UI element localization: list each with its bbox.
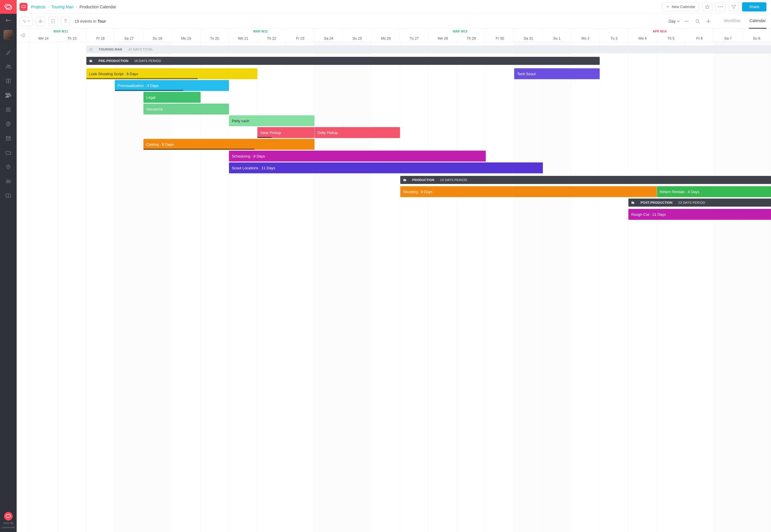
task-ins[interactable]: Insurance [143,104,229,114]
day-header: Mo 19 [172,29,200,42]
nav-book-icon[interactable] [5,192,12,199]
grid-column [343,42,372,532]
task-label: Tech Scout [517,72,535,76]
chevron-right-icon: › [76,5,77,9]
task-scout[interactable]: Scout Locations · 11 Days [229,162,543,173]
timeline-body[interactable]: TOURING MAN42 DAYS TOTAL🖿PRE-PRODUCTION1… [17,42,771,532]
task-lock[interactable]: Lock Shooting Script · 6 Days [86,68,258,79]
crumb-projects[interactable]: Projects [31,5,46,9]
phase-production[interactable]: 🖿PRODUCTION13 DAYS PERIOD [400,176,771,184]
progress-bar [257,137,272,138]
share-button[interactable]: Share [742,2,766,11]
phase-title: PRODUCTION [412,178,434,182]
nav-folder-icon[interactable] [5,149,12,156]
user-avatar[interactable] [3,30,13,40]
task-label: Petty cash [232,119,249,123]
svg-rect-4 [6,79,8,83]
grid-column [714,42,742,532]
project-badge[interactable] [20,3,28,11]
week-marker: MAR W11 [54,30,68,33]
tab-calendar[interactable]: Calendar [749,14,766,29]
phase-postproduction[interactable]: 🖿POST-PRODUCTION23 DAYS PERIOD [628,199,771,207]
nav-edit-icon[interactable] [5,49,12,56]
svg-rect-8 [6,97,9,97]
outline-toggle[interactable] [17,29,29,42]
split-divider [314,127,315,138]
task-rough[interactable]: Rough Cut · 11 Days [628,209,771,220]
nav-calendar-check-icon[interactable] [5,135,12,142]
chevron-down-icon [28,20,30,22]
zoom-in-button[interactable] [704,17,712,25]
day-header: Tu 3 [600,29,628,42]
grid-column [143,42,172,532]
settings-tool-button[interactable] [36,17,45,26]
grid-column [685,42,714,532]
grid-column [172,42,200,532]
phase-preproduction[interactable]: 🖿PRE-PRODUCTION18 DAYS PERIOD [86,57,600,65]
svg-point-14 [7,182,8,183]
task-label: Insurance [146,107,163,111]
breadcrumb: Projects › Touring Man › Production Cale… [31,5,116,9]
app-logo[interactable] [0,0,17,14]
link-tool-button[interactable] [20,17,33,26]
grid-column [628,42,657,532]
task-label: Scout Locations · 11 Days [232,166,275,170]
filter-button[interactable] [729,2,739,11]
task-tech[interactable]: Tech Scout [514,68,600,79]
folder-icon: 🖿 [89,59,93,63]
day-label: Th 29 [457,36,485,40]
task-return[interactable]: Return Rentals · 4 Days [657,186,771,197]
nav-people-icon[interactable] [5,63,12,70]
more-button[interactable]: ••• [716,2,725,11]
phase-sub: 23 DAYS PERIOD [678,201,705,204]
grid-column [486,42,514,532]
grid-column [429,42,457,532]
tab-workflow[interactable]: Workflow [723,14,741,29]
chat-icon [5,4,12,10]
task-cast[interactable]: Casting · 6 Days [143,139,315,150]
zoom-select[interactable]: Day [669,19,680,24]
day-header: Su 8 [743,29,771,42]
task-shoot[interactable]: Shooting · 9 Days [400,186,657,197]
star-button[interactable] [702,2,712,11]
nav-aperture-icon[interactable] [5,121,12,127]
nav-timeline-icon[interactable] [5,92,12,99]
task-sched[interactable]: Scheduling · 9 Days [229,151,486,162]
day-label: Su 18 [143,36,172,40]
nav-location-icon[interactable] [5,164,12,170]
task-petty[interactable]: Petty cash [229,115,314,126]
zoom-out-button[interactable] [683,17,691,25]
task-gear[interactable]: Gear Pickup [257,127,314,138]
nav-sliders-icon[interactable] [5,178,12,185]
day-label: Fr 23 [286,36,314,40]
day-label: Mo 19 [172,36,200,40]
status-count: 19 events in [75,19,97,24]
help-fab[interactable] [4,512,13,521]
zoom-reset-button[interactable] [694,17,702,25]
grid-column [314,42,343,532]
day-label: Th 5 [657,36,685,40]
arrow-left-icon [6,19,11,22]
chevron-right-icon: › [48,5,49,9]
task-label: Dolly Pickup [317,131,338,135]
task-legal[interactable]: Legal [143,92,201,103]
main-area: Projects › Touring Man › Production Cale… [17,0,771,532]
progress-bar [115,90,183,91]
nav-list-icon[interactable] [5,106,12,113]
day-label: Sa 24 [314,36,343,40]
help-tool-button[interactable]: ? [61,17,70,26]
project-summary-bar[interactable]: TOURING MAN42 DAYS TOTAL [86,45,771,53]
crumb-project[interactable]: Touring Man [51,5,73,9]
task-previz[interactable]: Previsualization · 4 Days [115,80,229,91]
phase-title: POST-PRODUCTION [640,201,672,204]
task-dolly[interactable]: Dolly Pickup [314,127,400,138]
new-calendar-label: New Calendar [672,5,695,9]
new-calendar-button[interactable]: ＋ New Calendar [662,2,699,11]
back-arrow[interactable] [6,19,11,22]
grid-column [600,42,628,532]
collapse-tool-button[interactable] [48,17,58,26]
day-header: Su 25 [343,29,372,42]
phase-sub: 18 DAYS PERIOD [134,59,161,63]
nav-columns-icon[interactable] [5,77,12,84]
day-header: Sa 31 [514,29,543,42]
